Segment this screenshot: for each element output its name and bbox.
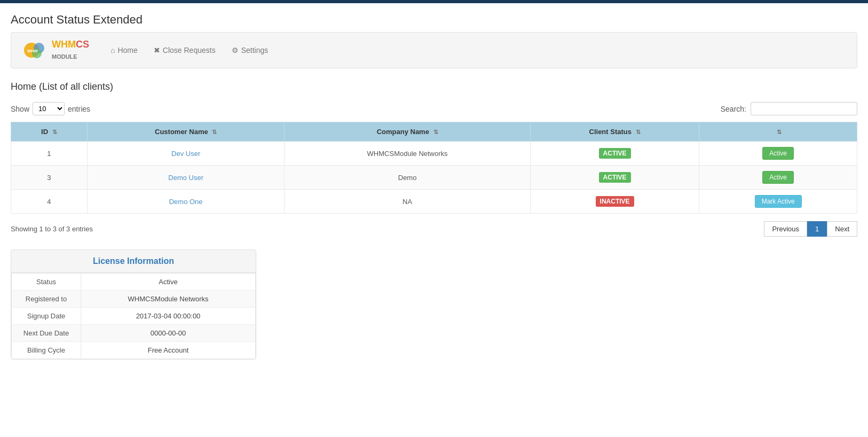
search-area: Search: (721, 102, 857, 115)
logo-icon: WHM (22, 41, 49, 60)
license-value: WHMCSModule Networks (81, 291, 256, 308)
status-badge: ACTIVE (599, 148, 631, 159)
logo-label: WHMCS MODULE (52, 39, 89, 61)
mark-active-button[interactable]: Mark Active (755, 195, 802, 208)
cell-client-status: ACTIVE (530, 166, 699, 190)
table-row: 1Dev UserWHMCSModule NetworksACTIVEActiv… (11, 142, 857, 166)
cell-company-name: NA (285, 190, 530, 214)
home-icon: ⌂ (111, 46, 115, 54)
search-input[interactable] (751, 102, 857, 115)
license-key: Next Due Date (12, 325, 81, 342)
show-label: Show (11, 105, 29, 113)
pagination-controls: Previous 1 Next (764, 221, 857, 237)
cell-id: 3 (11, 166, 88, 190)
sort-icon-customer: ⇅ (212, 129, 217, 135)
sort-icon-id: ⇅ (52, 129, 57, 135)
status-badge: INACTIVE (596, 196, 634, 207)
status-badge: ACTIVE (599, 172, 631, 183)
license-key: Billing Cycle (12, 342, 81, 359)
cell-client-status: INACTIVE (530, 190, 699, 214)
sort-icon-action: ⇅ (777, 129, 782, 135)
license-row: Registered toWHMCSModule Networks (12, 291, 256, 308)
license-row: Billing CycleFree Account (12, 342, 256, 359)
license-row: Signup Date2017-03-04 00:00:00 (12, 308, 256, 325)
clients-table: ID ⇅ Customer Name ⇅ Company Name ⇅ Clie… (11, 122, 857, 214)
col-customer-name[interactable]: Customer Name ⇅ (87, 122, 285, 142)
col-client-status[interactable]: Client Status ⇅ (530, 122, 699, 142)
license-key: Signup Date (12, 308, 81, 325)
sort-icon-company: ⇅ (433, 129, 438, 135)
cell-id: 4 (11, 190, 88, 214)
pagination-row: Showing 1 to 3 of 3 entries Previous 1 N… (0, 214, 868, 244)
show-entries-area: Show 10 25 50 100 entries (11, 102, 90, 115)
active-button[interactable]: Active (762, 171, 794, 184)
sort-icon-status: ⇅ (636, 129, 641, 135)
cell-client-status: ACTIVE (530, 142, 699, 166)
license-row: StatusActive (12, 274, 256, 291)
license-value: Free Account (81, 342, 256, 359)
cell-customer-name: Dev User (87, 142, 285, 166)
cell-id: 1 (11, 142, 88, 166)
license-key: Status (12, 274, 81, 291)
nav-bar: WHM WHMCS MODULE ⌂ Home ✖ Close Requests… (11, 32, 857, 68)
close-requests-icon: ✖ (154, 46, 160, 54)
settings-icon: ⚙ (232, 46, 239, 54)
cell-action: Active (699, 142, 857, 166)
license-value: Active (81, 274, 256, 291)
license-table: StatusActiveRegistered toWHMCSModule Net… (11, 273, 256, 359)
entries-label: entries (68, 105, 90, 113)
col-action[interactable]: ⇅ (699, 122, 857, 142)
customer-name-link[interactable]: Dev User (171, 150, 200, 158)
active-button[interactable]: Active (762, 147, 794, 160)
customer-name-link[interactable]: Demo One (169, 198, 203, 206)
cell-company-name: Demo (285, 166, 530, 190)
table-row: 3Demo UserDemoACTIVEActive (11, 166, 857, 190)
license-box: License Information StatusActiveRegister… (11, 249, 256, 360)
cell-company-name: WHMCSModule Networks (285, 142, 530, 166)
page-title: Account Status Extended (0, 3, 868, 32)
cell-customer-name: Demo User (87, 166, 285, 190)
search-label: Search: (721, 105, 746, 113)
table-container: ID ⇅ Customer Name ⇅ Company Name ⇅ Clie… (11, 122, 857, 214)
page-1-button[interactable]: 1 (807, 221, 827, 237)
customer-name-link[interactable]: Demo User (168, 174, 203, 182)
next-button[interactable]: Next (827, 221, 857, 237)
showing-text: Showing 1 to 3 of 3 entries (11, 225, 93, 233)
cell-customer-name: Demo One (87, 190, 285, 214)
table-header: ID ⇅ Customer Name ⇅ Company Name ⇅ Clie… (11, 122, 857, 142)
entries-select[interactable]: 10 25 50 100 (33, 102, 65, 115)
nav-home[interactable]: ⌂ Home (111, 46, 138, 54)
license-value: 0000-00-00 (81, 325, 256, 342)
nav-settings[interactable]: ⚙ Settings (232, 46, 269, 54)
col-id[interactable]: ID ⇅ (11, 122, 88, 142)
logo-area: WHM WHMCS MODULE (22, 39, 89, 61)
controls-row: Show 10 25 50 100 entries Search: (0, 99, 868, 122)
nav-close-requests[interactable]: ✖ Close Requests (154, 46, 216, 54)
license-key: Registered to (12, 291, 81, 308)
license-title: License Information (11, 250, 256, 273)
nav-links: ⌂ Home ✖ Close Requests ⚙ Settings (111, 46, 268, 54)
license-value: 2017-03-04 00:00:00 (81, 308, 256, 325)
cell-action: Active (699, 166, 857, 190)
col-company-name[interactable]: Company Name ⇅ (285, 122, 530, 142)
table-row: 4Demo OneNAINACTIVEMark Active (11, 190, 857, 214)
previous-button[interactable]: Previous (764, 221, 807, 237)
license-row: Next Due Date0000-00-00 (12, 325, 256, 342)
svg-text:WHM: WHM (27, 49, 38, 53)
table-body: 1Dev UserWHMCSModule NetworksACTIVEActiv… (11, 142, 857, 214)
section-title: Home (List of all clients) (0, 77, 868, 99)
cell-action: Mark Active (699, 190, 857, 214)
